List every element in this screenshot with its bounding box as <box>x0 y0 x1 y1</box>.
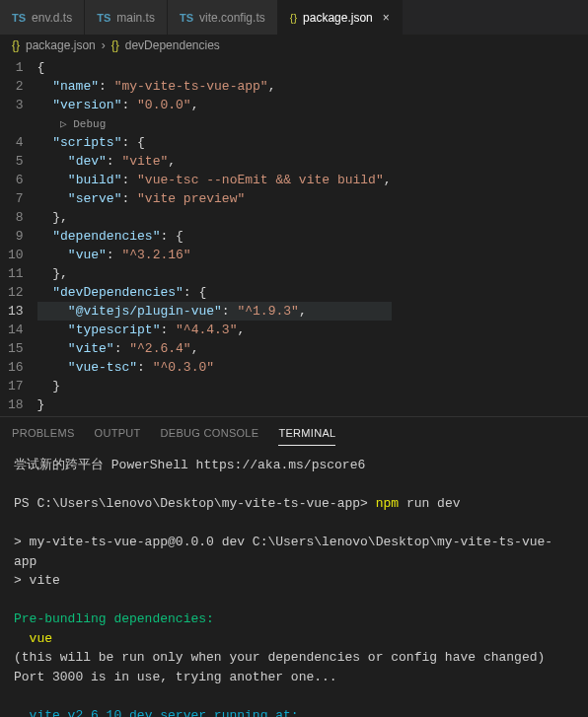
tab-problems[interactable]: PROBLEMS <box>12 423 75 446</box>
typescript-icon: TS <box>12 12 26 24</box>
json-icon: {} <box>111 38 119 52</box>
chevron-right-icon: › <box>102 38 106 52</box>
json-icon: {} <box>12 38 20 52</box>
terminal-line: > vite <box>14 571 574 591</box>
tab-label: package.json <box>303 11 373 25</box>
tab-env[interactable]: TS env.d.ts <box>0 0 85 35</box>
terminal-line: Port 3000 is in use, trying another one.… <box>14 668 574 687</box>
breadcrumb-file: package.json <box>26 38 96 52</box>
terminal-line: Pre-bundling dependencies: <box>14 609 574 629</box>
tab-label: vite.config.ts <box>199 11 265 25</box>
terminal-line: 尝试新的跨平台 PowerShell https://aka.ms/pscore… <box>14 456 574 475</box>
terminal-line: vue <box>14 629 574 649</box>
terminal-line: vite v2.6.10 dev server running at: <box>14 706 574 718</box>
tab-viteconfig[interactable]: TS vite.config.ts <box>168 0 278 35</box>
typescript-icon: TS <box>180 12 193 24</box>
terminal-panel[interactable]: 尝试新的跨平台 PowerShell https://aka.ms/pscore… <box>0 446 588 717</box>
tab-label: main.ts <box>116 11 155 25</box>
panel-tabs: PROBLEMS OUTPUT DEBUG CONSOLE TERMINAL <box>0 416 588 446</box>
breadcrumb-symbol: devDependencies <box>125 38 220 52</box>
code-content[interactable]: { "name": "my-vite-ts-vue-app", "version… <box>37 56 392 416</box>
tab-main[interactable]: TS main.ts <box>85 0 168 35</box>
terminal-line: (this will be run only when your depende… <box>14 648 574 668</box>
breadcrumb[interactable]: {} package.json › {} devDependencies <box>0 35 588 56</box>
line-gutter: 1 2 3 4 5 6 7 8 9 10 11 12 13 14 15 16 1… <box>0 56 37 416</box>
typescript-icon: TS <box>97 12 110 24</box>
tab-package-json[interactable]: {} package.json × <box>278 0 403 35</box>
tab-output[interactable]: OUTPUT <box>95 423 141 446</box>
code-editor[interactable]: 1 2 3 4 5 6 7 8 9 10 11 12 13 14 15 16 1… <box>0 56 588 416</box>
tab-bar: TS env.d.ts TS main.ts TS vite.config.ts… <box>0 0 588 35</box>
debug-codelens[interactable]: ▷ Debug <box>60 118 106 130</box>
close-icon[interactable]: × <box>383 11 390 25</box>
json-icon: {} <box>290 12 297 24</box>
tab-label: env.d.ts <box>32 11 72 25</box>
tab-terminal[interactable]: TERMINAL <box>278 423 335 446</box>
terminal-line: > my-vite-ts-vue-app@0.0.0 dev C:\Users\… <box>14 533 574 571</box>
terminal-line: PS C:\Users\lenovo\Desktop\my-vite-ts-vu… <box>14 494 574 514</box>
tab-debug-console[interactable]: DEBUG CONSOLE <box>161 423 259 446</box>
